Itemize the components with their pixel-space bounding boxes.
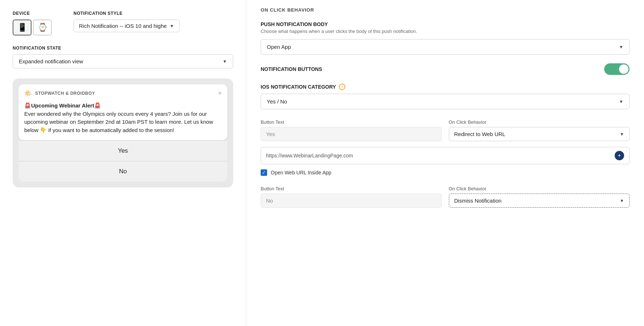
ios-category-value: Yes / No [267,98,287,105]
notification-state-dropdown[interactable]: Expanded notification view ▼ [13,54,233,68]
plus-icon[interactable]: + [615,151,624,160]
notification-style-value: Rich Notification -- iOS 10 and highe [79,23,167,29]
no-button-preview[interactable]: No [18,161,227,182]
url-input-text[interactable]: https://www.WebinarLandingPage.com [266,153,611,158]
notification-preview: 🌤️ STOPWATCH & DROIDBOY × 🚨Upcoming Webi… [13,79,233,187]
open-url-checkbox[interactable]: ✓ [261,169,267,176]
button2-behavior-arrow: ▼ [620,198,624,203]
button2-behavior-dropdown[interactable]: Dismiss Notification ▼ [449,194,630,208]
push-body-title: PUSH NOTIFICATION BODY [261,21,630,27]
notification-buttons-preview: Yes No [18,141,227,182]
notification-text: Ever wondered why the Olympics only occu… [24,110,222,135]
notification-header-left: 🌤️ STOPWATCH & DROIDBOY [24,89,95,97]
button1-row: Button Text Yes On Click Behavior Redire… [261,119,630,141]
button2-text-label: Button Text [261,186,442,191]
right-panel: ON CLICK BEHAVIOR PUSH NOTIFICATION BODY… [246,0,644,326]
checkbox-row: ✓ Open Web URL Inside App [261,169,630,176]
notification-state-label: NOTIFICATION STATE [13,46,233,51]
button2-behavior-value: Dismiss Notification [454,198,502,204]
button2-text-col: Button Text No [261,186,442,208]
button2-text-value: No [266,198,273,204]
notification-buttons-label: NOTIFICATION BUTTONS [261,66,322,72]
push-body-dropdown[interactable]: Open App ▼ [261,39,630,55]
notification-state-section: NOTIFICATION STATE Expanded notification… [13,46,233,68]
ios-category-row: IOS NOTIFICATION CATEGORY ! [261,84,630,90]
notification-buttons-row: NOTIFICATION BUTTONS ON [261,63,630,75]
device-buttons: 📱 ⌚ [13,20,52,35]
button2-behavior-label: On Click Behavior [449,186,630,191]
notification-card: 🌤️ STOPWATCH & DROIDBOY × 🚨Upcoming Webi… [18,84,227,140]
device-section: DEVICE 📱 ⌚ [13,11,52,35]
button1-behavior-value: Redirect to Web URL [454,131,505,137]
device-row: DEVICE 📱 ⌚ NOTIFICATION STYLE Rich Notif… [13,11,233,35]
notification-title: 🚨Upcoming Webinar Alert🚨 [24,102,222,110]
button2-row: Button Text No On Click Behavior Dismiss… [261,186,630,208]
notification-buttons-toggle[interactable]: ON [604,63,630,75]
device-label: DEVICE [13,11,52,16]
button1-text-label: Button Text [261,119,442,125]
on-click-header: ON CLICK BEHAVIOR [261,7,630,13]
ios-category-dropdown[interactable]: Yes / No ▼ [261,94,630,109]
button1-behavior-col: On Click Behavior Redirect to Web URL ▼ [449,119,630,141]
push-body-desc: Choose what happens when a user clicks t… [261,29,630,34]
open-url-label: Open Web URL Inside App [271,170,331,175]
button2-section: Button Text No On Click Behavior Dismiss… [261,186,630,208]
notification-style-dropdown[interactable]: Rich Notification -- iOS 10 and highe ▼ [73,20,180,32]
button1-behavior-label: On Click Behavior [449,119,630,125]
watch-device-button[interactable]: ⌚ [33,20,52,35]
button1-behavior-arrow: ▼ [620,132,624,137]
button1-behavior-dropdown[interactable]: Redirect to Web URL ▼ [449,127,630,141]
info-icon[interactable]: ! [339,84,345,90]
button2-text-input[interactable]: No [261,194,442,208]
notification-style-section: NOTIFICATION STYLE Rich Notification -- … [73,11,180,32]
app-name: STOPWATCH & DROIDBOY [35,91,95,96]
phone-icon: 📱 [17,23,27,32]
toggle-knob [619,64,628,74]
notification-state-arrow: ▼ [223,59,227,64]
button1-text-input[interactable]: Yes [261,127,442,141]
notification-header: 🌤️ STOPWATCH & DROIDBOY × [24,89,222,97]
notification-state-value: Expanded notification view [19,58,83,64]
button1-text-col: Button Text Yes [261,119,442,141]
phone-device-button[interactable]: 📱 [13,20,31,35]
notification-style-arrow: ▼ [170,24,174,29]
left-panel: DEVICE 📱 ⌚ NOTIFICATION STYLE Rich Notif… [0,0,246,326]
notification-body: 🚨Upcoming Webinar Alert🚨 Ever wondered w… [24,102,222,134]
url-input-row: https://www.WebinarLandingPage.com + [261,147,630,164]
push-body-dropdown-arrow: ▼ [619,45,623,50]
close-icon[interactable]: × [218,90,222,97]
notification-style-label: NOTIFICATION STYLE [73,11,180,16]
button1-text-value: Yes [266,131,275,137]
button2-behavior-col: On Click Behavior Dismiss Notification ▼ [449,186,630,208]
ios-category-arrow: ▼ [619,99,623,104]
app-icon: 🌤️ [24,89,32,97]
ios-category-label: IOS NOTIFICATION CATEGORY [261,84,336,90]
yes-button-preview[interactable]: Yes [18,141,227,161]
push-body-dropdown-value: Open App [267,44,291,50]
watch-icon: ⌚ [38,23,47,32]
